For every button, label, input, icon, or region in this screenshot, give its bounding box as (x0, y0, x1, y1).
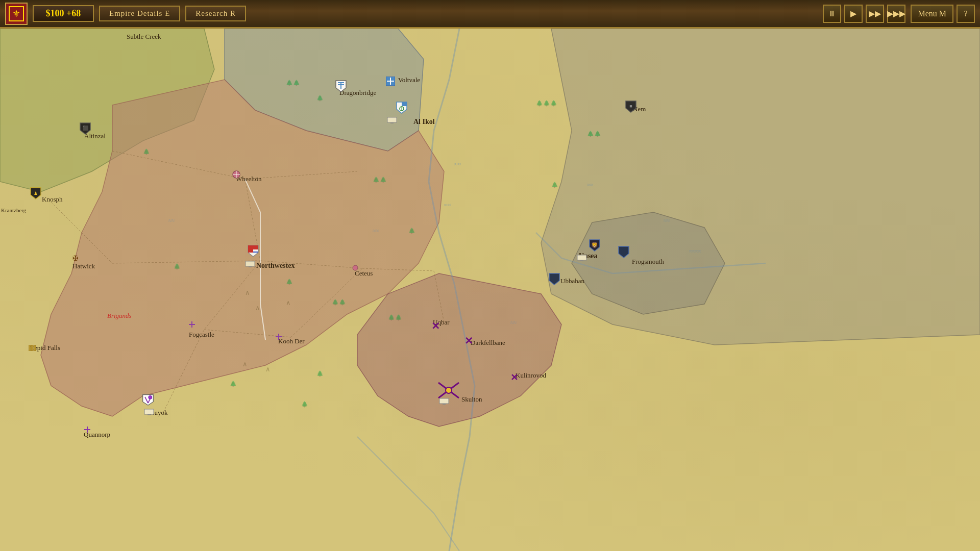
svg-rect-46 (29, 345, 31, 351)
icon-hatwick[interactable]: ✠ (70, 253, 81, 263)
svg-text:≈≈: ≈≈ (587, 182, 593, 188)
svg-text:≈≈: ≈≈ (168, 217, 175, 223)
building-northwestex[interactable] (245, 261, 255, 270)
research-button[interactable]: Research R (185, 6, 246, 21)
shield-dragonbridge[interactable] (335, 80, 347, 93)
svg-text:⚜: ⚜ (12, 9, 20, 19)
svg-rect-62 (144, 409, 154, 414)
faster-button[interactable]: ▶▶▶ (887, 5, 905, 23)
svg-rect-54 (387, 117, 397, 122)
svg-text:⬛: ⬛ (83, 125, 89, 131)
svg-text:≈≈: ≈≈ (664, 217, 670, 223)
pause-button[interactable]: ⏸ (823, 5, 841, 23)
svg-point-41 (446, 387, 452, 393)
icon-quannorp[interactable] (83, 425, 91, 436)
svg-point-51 (149, 395, 152, 399)
shield-northwestex[interactable] (247, 244, 259, 258)
shield-knosph[interactable]: ♟ (30, 187, 42, 200)
svg-rect-47 (31, 345, 33, 351)
svg-text:≈≈≈≈: ≈≈≈≈ (689, 248, 701, 254)
svg-rect-58 (577, 255, 586, 260)
icon-ceteus[interactable] (352, 264, 358, 273)
menu-button[interactable]: Menu M (911, 5, 953, 23)
shield-al-ikol[interactable] (396, 101, 408, 114)
icon-fogcastle[interactable] (188, 320, 196, 331)
svg-text:≈≈: ≈≈ (444, 202, 451, 209)
svg-text:✠: ✠ (72, 255, 79, 262)
shield-nem[interactable]: ■ (625, 100, 637, 113)
building-unsea[interactable] (577, 255, 587, 264)
empire-details-button[interactable]: Empire Details E (99, 6, 180, 21)
svg-rect-48 (34, 345, 36, 351)
topbar: ⚜ $100 +68 Empire Details E Research R ⏸… (0, 0, 980, 29)
unit-voltvale[interactable] (386, 77, 395, 88)
svg-text:■: ■ (629, 104, 632, 109)
icon-wheelton[interactable] (232, 170, 240, 181)
help-button[interactable]: ? (957, 5, 975, 23)
play-button[interactable]: ▶ (844, 5, 863, 23)
svg-text:≈≈: ≈≈ (510, 319, 517, 325)
empire-logo: ⚜ (5, 3, 28, 25)
shield-unsea[interactable]: 🦁 (589, 239, 601, 252)
svg-text:🦁: 🦁 (591, 241, 598, 248)
svg-rect-56 (246, 261, 255, 266)
gold-display: $100 +68 (33, 5, 94, 22)
svg-rect-60 (439, 398, 449, 404)
svg-text:≈≈: ≈≈ (454, 161, 461, 168)
building-skulton[interactable] (439, 398, 449, 407)
gold-amount: $100 +68 (46, 8, 81, 18)
map[interactable]: ≈≈ ≈≈ ≈≈ ≈≈ ≈≈ ≈≈ ≈≈≈≈ ≈≈ 🌲🌲 🌲 🌲🌲 🌲 🌲 🌲🌲… (0, 29, 980, 551)
svg-rect-63 (148, 414, 151, 415)
icon-tepid-falls[interactable] (29, 344, 38, 353)
shield-nuyok[interactable] (142, 393, 154, 407)
icon-kooh-der[interactable] (275, 333, 283, 343)
shield-altinzal[interactable]: ⬛ (79, 122, 91, 135)
svg-rect-57 (249, 266, 252, 267)
svg-rect-55 (390, 122, 394, 123)
svg-rect-61 (443, 404, 446, 405)
shield-ubbahan[interactable] (548, 272, 560, 286)
svg-text:≈≈: ≈≈ (373, 228, 379, 234)
svg-rect-59 (580, 260, 583, 261)
shield-frogsmouth[interactable] (618, 245, 630, 259)
fast-button[interactable]: ▶▶ (866, 5, 884, 23)
right-controls: ⏸ ▶ ▶▶ ▶▶▶ Menu M ? (823, 5, 975, 23)
building-nuyok[interactable] (144, 409, 154, 418)
svg-text:♟: ♟ (34, 191, 38, 196)
svg-point-64 (353, 265, 358, 270)
building-al-ikol[interactable] (387, 117, 397, 126)
